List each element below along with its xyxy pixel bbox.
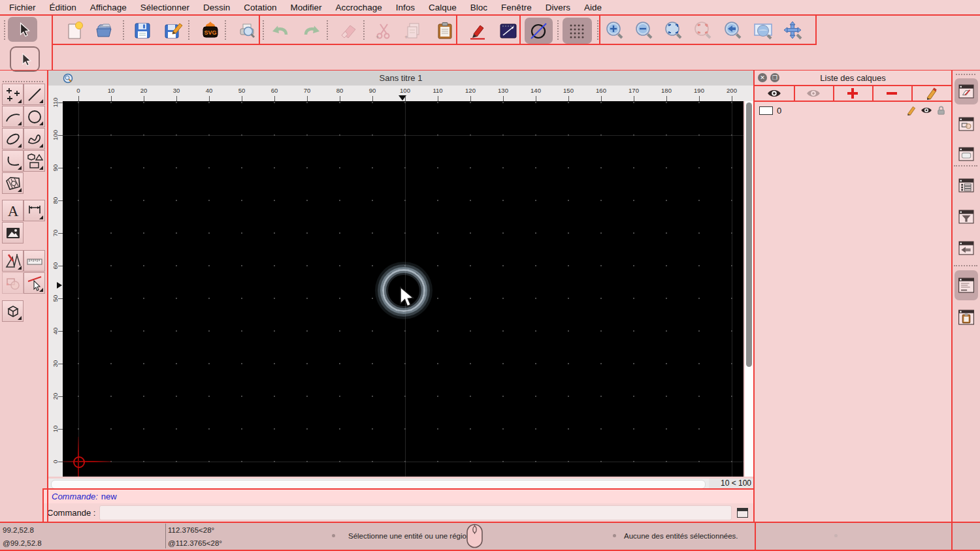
grid-toggle-button[interactable] xyxy=(563,18,592,44)
zoom-window-button[interactable] xyxy=(751,18,775,43)
announce-dock-button[interactable] xyxy=(955,235,978,261)
menu-item-dessin[interactable]: Dessin xyxy=(203,3,230,12)
zoom-out-button[interactable] xyxy=(632,18,656,43)
ellipse-tool-button[interactable] xyxy=(2,128,24,150)
polyline-icon xyxy=(5,153,22,170)
toolbar-handle[interactable] xyxy=(4,20,7,40)
list-dock-button[interactable] xyxy=(955,172,978,198)
theme-line xyxy=(911,86,913,101)
spline-tool-button[interactable] xyxy=(24,128,45,150)
print-preview-icon xyxy=(237,21,257,40)
zoom-selected-button[interactable] xyxy=(691,18,715,43)
layers-panel-titlebar[interactable]: ✕ ❐ Liste des calques xyxy=(755,71,951,85)
layer-edit-pencil-icon[interactable] xyxy=(906,105,917,116)
polyline-tool-button[interactable] xyxy=(2,150,24,172)
circle-tool-button[interactable] xyxy=(24,106,45,127)
polar-absolute: 112.3765<28° xyxy=(168,526,214,534)
svg-export-button[interactable]: SVG xyxy=(198,18,223,43)
library-dock-button[interactable] xyxy=(955,141,978,167)
librecad-window: FichierÉditionAffichageSélectionnerDessi… xyxy=(0,0,980,551)
layer-lock-icon[interactable] xyxy=(936,105,946,116)
copy-button[interactable]: + xyxy=(401,18,426,43)
pen-button[interactable] xyxy=(465,18,490,43)
menu-item-calque[interactable]: Calque xyxy=(429,3,457,12)
add-layer-button[interactable] xyxy=(833,86,872,101)
measure-tool-button[interactable] xyxy=(24,250,45,272)
zoom-in-button[interactable] xyxy=(603,18,627,43)
eye-open-icon xyxy=(767,87,781,99)
drawing-window-titlebar[interactable]: Sans titre 1 xyxy=(48,71,753,86)
detach-command-button[interactable] xyxy=(737,508,748,518)
menu-item-fichier[interactable]: Fichier xyxy=(9,3,36,12)
hide-all-layers-button[interactable] xyxy=(794,86,833,101)
draft-mode-button[interactable] xyxy=(525,18,553,44)
edit-layer-button[interactable] xyxy=(911,86,951,101)
cut-button[interactable]: + xyxy=(371,18,396,43)
menu-item-bloc[interactable]: Bloc xyxy=(470,3,487,12)
arc-tool-button[interactable] xyxy=(2,106,24,127)
menu-item-edition[interactable]: Édition xyxy=(50,3,76,12)
remove-layer-button[interactable] xyxy=(872,86,911,101)
zoom-auto-button[interactable] xyxy=(662,18,685,43)
menu-item-fenetre[interactable]: Fenêtre xyxy=(501,3,532,12)
layer-visibility-eye-icon[interactable] xyxy=(921,106,932,115)
menu-item-aide[interactable]: Aide xyxy=(584,3,602,12)
polygon-tool-button[interactable] xyxy=(24,150,45,172)
zoom-in-icon xyxy=(604,20,625,41)
zoom-previous-button[interactable] xyxy=(721,18,745,43)
image-tool-button[interactable] xyxy=(2,222,24,244)
save-as-button[interactable] xyxy=(161,18,186,43)
points-tool-button[interactable] xyxy=(2,84,24,105)
undo-button[interactable] xyxy=(268,18,293,43)
h-ruler-label: 170 xyxy=(625,87,642,94)
menu-item-cotation[interactable]: Cotation xyxy=(244,3,276,12)
layers-dock-button[interactable] xyxy=(955,78,978,104)
text-icon: A xyxy=(5,202,22,219)
h-ruler-label: 110 xyxy=(429,87,446,94)
svg-export-icon: SVG xyxy=(201,21,220,40)
modify-tool-button[interactable] xyxy=(2,250,24,272)
menu-item-selectionner[interactable]: Sélectionner xyxy=(140,3,189,12)
zoom-pan-button[interactable] xyxy=(781,18,805,43)
dimension-tool-button[interactable] xyxy=(24,200,45,221)
select-entity-tool-button[interactable] xyxy=(24,272,45,294)
redo-button[interactable] xyxy=(299,18,324,43)
command-input[interactable] xyxy=(99,505,732,520)
circle-icon xyxy=(26,108,43,125)
menu-item-accrochage[interactable]: Accrochage xyxy=(335,3,382,12)
save-icon xyxy=(133,21,152,40)
dock-handle[interactable] xyxy=(956,74,975,76)
select-tool-button[interactable] xyxy=(8,17,37,42)
hatch-tool-button[interactable] xyxy=(2,172,24,194)
line-tool-button[interactable] xyxy=(24,84,45,105)
command-dock-button[interactable] xyxy=(955,270,978,300)
filter-dock-button[interactable] xyxy=(955,204,978,230)
menu-item-infos[interactable]: Infos xyxy=(396,3,415,12)
save-button[interactable] xyxy=(130,18,155,43)
order-tool-button[interactable] xyxy=(2,272,24,294)
print-preview-button[interactable] xyxy=(235,18,259,43)
menu-item-divers[interactable]: Divers xyxy=(546,3,570,12)
toolbar-handle[interactable] xyxy=(263,20,265,40)
layer-row[interactable]: 0 xyxy=(755,103,951,118)
open-file-button[interactable] xyxy=(92,18,117,43)
show-all-layers-button[interactable] xyxy=(755,86,794,101)
menu-item-affichage[interactable]: Affichage xyxy=(90,3,127,12)
h-ruler-tick xyxy=(601,96,602,101)
selection-pointer-button[interactable] xyxy=(10,46,40,72)
horizontal-scrollbar[interactable] xyxy=(48,479,709,488)
layer-color-swatch[interactable] xyxy=(759,106,773,115)
blocks-dock-button[interactable] xyxy=(955,111,978,137)
drawing-canvas[interactable] xyxy=(63,101,743,477)
text-tool-button[interactable]: A xyxy=(2,200,24,221)
line-settings-button[interactable] xyxy=(496,18,521,43)
solid-tool-button[interactable] xyxy=(2,300,24,322)
menu-item-modifier[interactable]: Modifier xyxy=(290,3,321,12)
clipboard-dock-button[interactable] xyxy=(955,304,978,330)
new-file-button[interactable] xyxy=(62,18,87,43)
vertical-scrollbar[interactable] xyxy=(745,101,753,477)
erase-button[interactable] xyxy=(336,18,361,43)
paste-button[interactable] xyxy=(433,18,457,43)
vertical-scrollbar-thumb[interactable] xyxy=(746,102,752,367)
horizontal-scrollbar-thumb[interactable] xyxy=(51,480,706,489)
